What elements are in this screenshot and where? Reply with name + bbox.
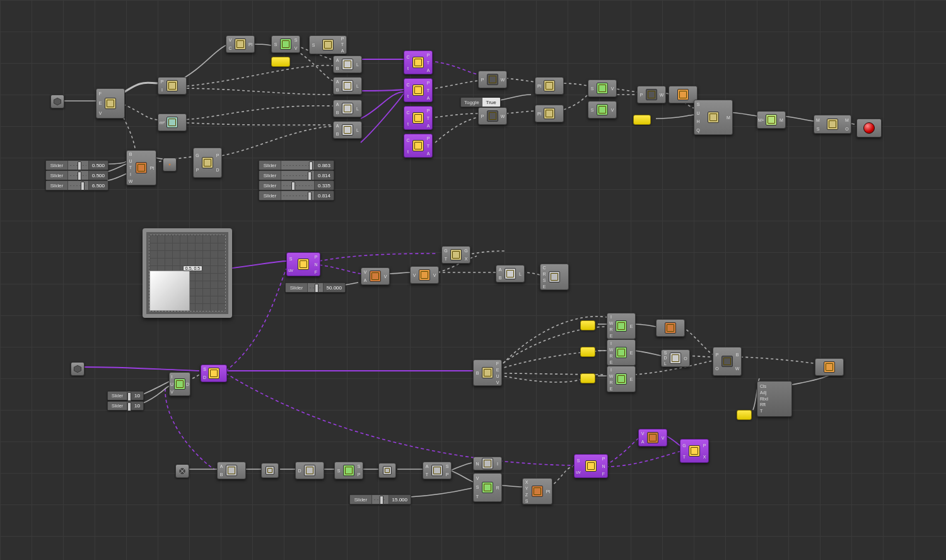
move-node-mid[interactable]: GTGX [441, 246, 470, 264]
svg-marker-2 [74, 365, 81, 372]
deconstruct-brep-node-2[interactable]: BFEUV [473, 359, 502, 386]
opt-t: T [760, 408, 789, 414]
slider-mid-2[interactable]: Slider0.814 [259, 170, 334, 180]
line-sdl-node[interactable]: SDLO [661, 349, 690, 367]
sort-node[interactable]: SSV [271, 35, 300, 53]
panel-yellow-1[interactable] [271, 57, 290, 67]
eval-crv-node-4[interactable]: CtPTA [404, 134, 433, 158]
slider-u[interactable]: Slider10 [107, 391, 144, 400]
amplitude-node[interactable]: VAV [361, 267, 390, 285]
eval-srf-top-node[interactable]: SPTA [309, 35, 347, 54]
isotrim-icon [208, 368, 219, 379]
point-icon [136, 162, 147, 173]
eval-surface-node-mid[interactable]: SuvPNF [286, 252, 320, 276]
eval-crv-icon [412, 57, 424, 68]
md-slider-2d[interactable]: 0.5, 0.5 [143, 228, 232, 318]
series-node-1[interactable]: AB [217, 462, 246, 479]
srf-cp-icon [202, 157, 213, 168]
line-ab-node-3[interactable]: ABL [333, 100, 362, 117]
line-ab-node-2[interactable]: ABL [333, 77, 362, 95]
slider-v[interactable]: Slider10 [107, 401, 144, 411]
panel-y-opt[interactable] [737, 410, 752, 420]
md-slider-value: 0.5, 0.5 [183, 265, 202, 271]
panel-yellow-2[interactable] [633, 115, 651, 125]
reparam-node-2[interactable]: Pl [535, 105, 564, 122]
vec-node-1[interactable]: VCPl [226, 35, 255, 53]
move-sel-node[interactable]: GTPX [680, 439, 709, 463]
bake-node[interactable] [856, 119, 882, 137]
data-param[interactable] [175, 464, 189, 478]
at-node[interactable]: ATSP [423, 462, 452, 479]
panel-y-s1[interactable] [580, 320, 595, 330]
eval-srf-icon [298, 259, 309, 270]
join-node-1[interactable]: PW [478, 71, 507, 88]
series-node-2[interactable]: D [295, 462, 324, 479]
srf-cp-node[interactable]: GPPD [193, 148, 222, 178]
plane-node[interactable]: PI [158, 77, 187, 95]
relay-2[interactable] [378, 463, 396, 478]
brep-param-icon[interactable] [50, 95, 64, 108]
vector-icon [419, 269, 430, 281]
subd-node[interactable]: SUHQM [694, 100, 733, 135]
eval-crv-node-1[interactable]: CtPTA [404, 50, 433, 74]
line-icon [342, 124, 353, 136]
eval-crv-node-3[interactable]: CtPTA [404, 106, 433, 130]
panel-y-s3[interactable] [580, 373, 595, 383]
line-ab-node-4[interactable]: ABL [333, 121, 362, 139]
list-item-node-3[interactable]: IWREE [607, 366, 636, 392]
list-icon [226, 465, 237, 476]
construct-point-node[interactable]: BUTIWPt [126, 150, 156, 185]
area-node[interactable]: m² [158, 114, 187, 131]
eval-crv-node-2[interactable]: CtPTA [404, 78, 433, 102]
cull-icon [482, 458, 493, 469]
deconstruct-vec-node[interactable]: VSTR [473, 473, 502, 502]
curve-icon [544, 80, 555, 91]
slider-top-3[interactable]: Slider6.500 [45, 180, 108, 190]
panel-y-s2[interactable] [580, 347, 595, 357]
opt-cls: Cls [760, 383, 789, 390]
slider-mid-4[interactable]: Slider0.814 [259, 190, 334, 201]
brep-wireframe-node-2[interactable] [815, 358, 844, 376]
point-param[interactable] [163, 158, 177, 172]
eval-surface-sel-node[interactable]: SuvPNF [574, 454, 608, 478]
move-vec-node[interactable]: VV [410, 266, 439, 284]
svg-point-1 [169, 164, 171, 166]
slider-fifty[interactable]: Slider50.000 [285, 283, 346, 293]
amplitude-sel-node[interactable]: VAV [638, 429, 667, 446]
line-ab-node-1[interactable]: ABL [333, 55, 362, 73]
construct-pt-node-2[interactable]: XYZSPt [522, 478, 552, 505]
deconstruct-brep-node[interactable]: FEV [96, 88, 125, 119]
slider-mid-1[interactable]: Slider0.863 [259, 160, 334, 170]
wb-mesh-icon [827, 119, 838, 130]
line-icon [342, 80, 353, 91]
list-item-node-1[interactable]: IWREE [607, 313, 636, 339]
slider-mid-3[interactable]: Slider0.335 [259, 180, 334, 190]
boolean-toggle[interactable]: ToggleTrue [460, 97, 501, 107]
loft-options-list[interactable]: Cls Adj Rbd Rft T [757, 381, 792, 417]
wireframe-icon [677, 89, 689, 100]
loft-options-node[interactable]: POBW [713, 347, 742, 376]
interp-node-2[interactable]: SV [588, 101, 617, 119]
interp-node-1[interactable]: SV [588, 79, 617, 97]
wb-mesh-node[interactable]: MSMO [814, 115, 851, 134]
list-item-node-2[interactable]: IWREE [607, 339, 636, 366]
reparam-node-1[interactable]: Pl [535, 77, 564, 95]
offset-node-1[interactable] [656, 319, 685, 337]
slider-top-1[interactable]: Slider0.500 [45, 160, 108, 170]
point-icon [532, 486, 543, 497]
curve-icon [544, 108, 555, 119]
slider-bottom[interactable]: Slider15.000 [349, 494, 411, 505]
loft-top-node[interactable]: PW [637, 86, 666, 103]
list-item-icon [616, 373, 627, 385]
wb-loop-node[interactable]: M+M [757, 111, 786, 129]
inter-node[interactable]: NI [473, 457, 502, 470]
relay-1[interactable] [261, 463, 279, 478]
slider-top-2[interactable]: Slider0.500 [45, 170, 108, 180]
revolve-node[interactable]: CRSE [540, 264, 569, 290]
surface-param-input[interactable] [71, 362, 85, 376]
line-ab-node-mid[interactable]: ABL [496, 265, 525, 283]
shuffle-node[interactable]: SSP [334, 462, 363, 479]
join-node-2[interactable]: PW [478, 107, 507, 125]
divide-domain-node[interactable]: IUVD [169, 372, 190, 396]
isotrim-node[interactable]: SD [201, 365, 227, 382]
